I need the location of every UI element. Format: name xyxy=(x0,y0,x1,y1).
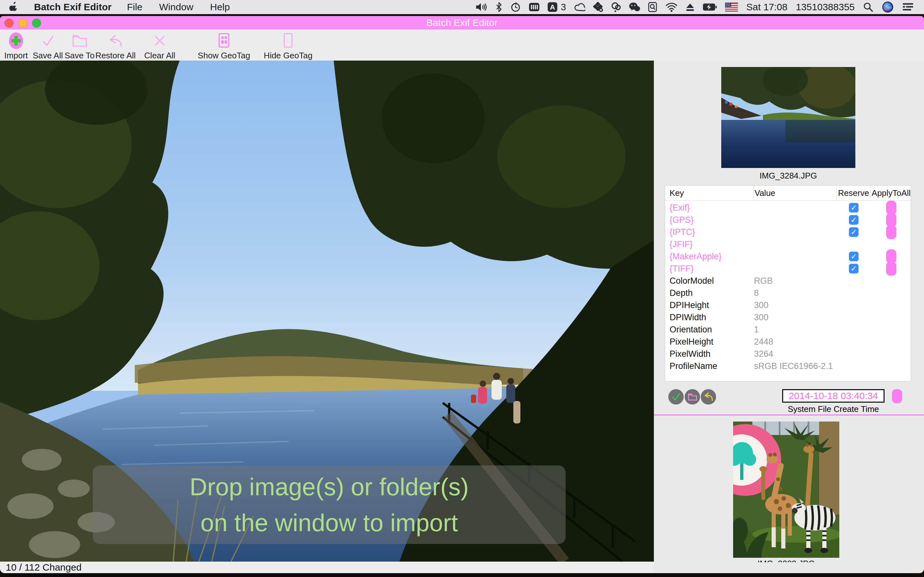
menubar-menu-item[interactable]: File xyxy=(127,2,142,13)
minimize-button[interactable] xyxy=(18,19,27,27)
wechat-icon[interactable] xyxy=(629,2,640,13)
title-bar[interactable]: Batch Exif Editor xyxy=(0,16,924,29)
row-key: Depth xyxy=(665,288,754,298)
volume-icon[interactable] xyxy=(475,2,488,13)
confirm-circle-button[interactable] xyxy=(668,389,684,405)
table-row[interactable]: ProfileName sRGB IEC61966-2.1 xyxy=(665,359,911,371)
status-icons-b xyxy=(574,2,738,13)
column-header-key: Key xyxy=(665,185,754,200)
battery-widget-icon[interactable] xyxy=(529,2,540,13)
table-row[interactable]: {JFIF} xyxy=(665,237,911,250)
row-key: DPIWidth xyxy=(665,313,754,322)
reserve-checkbox[interactable] xyxy=(849,227,859,237)
row-value: 300 xyxy=(754,300,837,310)
wifi-icon[interactable] xyxy=(666,2,678,13)
siri-icon[interactable] xyxy=(882,2,893,13)
window-title: Batch Exif Editor xyxy=(426,17,498,28)
us-flag-icon[interactable] xyxy=(725,2,738,13)
app-window: Batch Exif Editor Import Save All Save T… xyxy=(0,16,924,573)
sync-icon[interactable] xyxy=(593,2,603,13)
battery-icon[interactable] xyxy=(703,2,717,13)
menubar-menu-item[interactable]: Window xyxy=(159,2,194,13)
bluetooth-icon[interactable] xyxy=(495,2,502,13)
menubar-clock[interactable]: Sat 17:08 xyxy=(746,2,787,13)
status-icons-c xyxy=(863,2,914,13)
toolbar-button[interactable]: Show GeoTag xyxy=(198,31,250,61)
reserve-checkbox[interactable] xyxy=(849,264,859,274)
row-value: 1 xyxy=(754,325,837,335)
row-key: Orientation xyxy=(665,325,754,335)
column-header-value: Value xyxy=(754,185,837,200)
close-button[interactable] xyxy=(5,19,13,27)
save-all-icon xyxy=(39,31,56,50)
row-key: DPIHeight xyxy=(665,300,754,310)
notification-list-icon[interactable] xyxy=(902,2,914,13)
input-source-icon[interactable]: A xyxy=(548,2,557,13)
table-row[interactable]: PixelHeight 2448 xyxy=(665,335,911,347)
menubar-app-name[interactable]: Batch Exif Editor xyxy=(34,2,111,13)
save-to-icon xyxy=(71,31,88,50)
hide-geotag-icon xyxy=(280,31,296,50)
undo-circle-button[interactable] xyxy=(701,389,716,405)
eject-icon[interactable] xyxy=(685,2,695,13)
table-row[interactable]: Depth 8 xyxy=(665,286,911,298)
table-row[interactable]: DPIWidth 300 xyxy=(665,310,911,322)
toolbar: Import Save All Save To Restore All Clea… xyxy=(0,29,924,61)
status-icons-a: A xyxy=(475,2,557,13)
main-image-drop-area[interactable]: Drop image(s) or folder(s) on the window… xyxy=(0,61,654,562)
menubar-menus: FileWindowHelp xyxy=(127,2,230,13)
table-row[interactable]: {TIFF} xyxy=(665,261,911,274)
sidebar: IMG_3284.JPG Key Value Reserve ApplyToAl… xyxy=(654,61,924,573)
table-row[interactable]: DPIHeight 300 xyxy=(665,298,911,310)
row-value: 2448 xyxy=(754,337,837,347)
creative-cloud-icon[interactable] xyxy=(574,2,585,13)
input-source-badge: 3 xyxy=(561,2,566,13)
reserve-checkbox[interactable] xyxy=(849,251,859,261)
zoom-button[interactable] xyxy=(32,19,41,27)
link-icon[interactable] xyxy=(611,2,621,13)
sidebar-divider xyxy=(654,414,924,416)
time-machine-icon[interactable] xyxy=(510,2,521,13)
table-row[interactable]: {MakerApple} xyxy=(665,250,911,261)
next-image-thumbnail[interactable] xyxy=(733,422,839,558)
exif-table: Key Value Reserve ApplyToAll {Exif} xyxy=(665,185,911,382)
system-file-create-time-field[interactable]: 2014-10-18 03:40:34 xyxy=(782,389,885,403)
exif-table-header: Key Value Reserve ApplyToAll xyxy=(665,185,911,201)
folder-circle-button[interactable] xyxy=(685,389,700,405)
reserve-checkbox[interactable] xyxy=(849,203,859,213)
toolbar-button[interactable]: Clear All xyxy=(137,31,182,61)
table-row[interactable]: PixelWidth 3264 xyxy=(665,347,911,359)
toolbar-button[interactable]: Restore All xyxy=(93,31,138,61)
menu-bar: Batch Exif Editor FileWindowHelp A 3 Sat… xyxy=(0,0,924,14)
import-icon xyxy=(8,31,24,50)
table-row[interactable]: Orientation 1 xyxy=(665,322,911,335)
row-key: PixelHeight xyxy=(665,337,754,347)
status-bar: 10 / 112 Changed xyxy=(0,562,654,573)
row-key: ProfileName xyxy=(665,361,754,371)
datetime-applytoall-button[interactable] xyxy=(892,389,902,403)
selected-image-thumbnail[interactable] xyxy=(721,67,855,168)
table-row[interactable]: ColorModel RGB xyxy=(665,274,911,286)
row-value: 8 xyxy=(754,288,837,298)
table-row[interactable]: {Exif} xyxy=(665,201,911,213)
apple-icon[interactable] xyxy=(9,2,19,13)
doc-search-icon[interactable] xyxy=(648,2,658,13)
drop-hint-overlay: Drop image(s) or folder(s) on the window… xyxy=(93,466,565,544)
row-key: {JFIF} xyxy=(665,239,754,250)
row-value: RGB xyxy=(754,276,837,286)
restore-all-icon xyxy=(107,31,124,50)
table-row[interactable]: {GPS} xyxy=(665,213,911,225)
reserve-checkbox[interactable] xyxy=(849,215,859,225)
toolbar-button[interactable]: Hide GeoTag xyxy=(262,31,314,61)
column-header-applytoall: ApplyToAll xyxy=(871,185,911,200)
row-key: {Exif} xyxy=(665,203,754,213)
row-value: 300 xyxy=(754,313,837,322)
menubar-menu-item[interactable]: Help xyxy=(210,2,230,13)
status-text: 10 / 112 Changed xyxy=(6,562,81,573)
row-key: {TIFF} xyxy=(665,264,754,274)
column-header-reserve: Reserve xyxy=(837,185,871,200)
drop-hint-line1: Drop image(s) or folder(s) xyxy=(190,469,469,505)
row-key: {GPS} xyxy=(665,215,754,225)
table-row[interactable]: {IPTC} xyxy=(665,225,911,237)
search-icon[interactable] xyxy=(863,2,873,13)
